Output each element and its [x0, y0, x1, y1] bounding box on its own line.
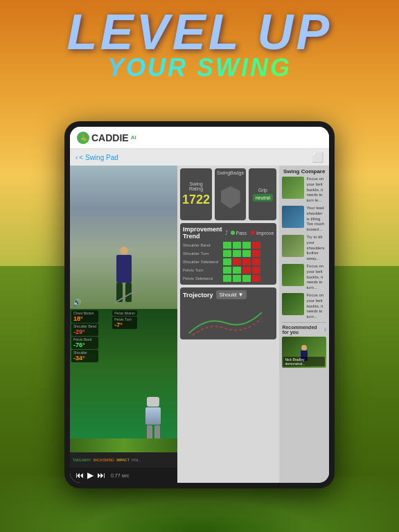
swing-compare-title: Swing Compare [282, 168, 326, 175]
trend-row-pelvis-sidebend: Pelvis Sidebend [183, 275, 274, 282]
prev-button[interactable]: ⏮ [76, 470, 84, 480]
compare-item-3[interactable]: Try to tilt your shoulders further away.… [282, 235, 326, 262]
share-icon[interactable]: ⤴ [225, 230, 228, 236]
badge-shield-icon [221, 186, 240, 209]
nav-back-button[interactable]: ‹ < Swing Pad [76, 154, 118, 161]
swing-rating-box: Swing Rating 1722 [180, 168, 212, 220]
impact-label: IMPACT [116, 458, 130, 462]
pass-legend: Pass [236, 231, 247, 236]
swing-badge-box: SwingBadge [215, 168, 246, 220]
tablet-device: ⛳ CADDIE AI ‹ < Swing Pad ⬜ [64, 121, 335, 488]
dropdown-arrow-icon: ▼ [238, 292, 243, 298]
swing-badge-header: SwingBadge [217, 170, 244, 175]
left-panel: 🔊 Chest Motion 18° Shoulder Bend -29° [70, 166, 177, 483]
compare-item-5[interactable]: Focus on your belt buckle, it needs to t… [282, 293, 326, 320]
next-button[interactable]: ⏭ [97, 470, 105, 480]
trajectory-section: Trojectory Should ▼ [180, 287, 276, 339]
trend-row-shoulder-bend: Shoulder Bend [183, 242, 274, 249]
trend-row-shoulder-sidebend: Shoulder Sidebend [183, 258, 274, 265]
trend-row-pelvis-turn: Pelvis Turn [183, 267, 274, 274]
compare-item-2[interactable]: Your lead shoulder is tilting Too much t… [282, 206, 326, 233]
compare-thumb-3 [282, 235, 304, 257]
trend-row-shoulder-turn: Shoulder Turn [183, 250, 274, 257]
trend-title: Improvement Trend [183, 226, 222, 240]
app-logo: ⛳ CADDIE AI [77, 132, 136, 144]
right-panel: Swing Compare Focus on your belt buckle,… [279, 166, 329, 483]
logo-icon: ⛳ [77, 132, 89, 144]
grip-value: neutral [253, 194, 273, 202]
compare-text-3: Try to tilt your shoulders further away.… [306, 235, 326, 262]
tablet-screen: ⛳ CADDIE AI ‹ < Swing Pad ⬜ [70, 127, 329, 483]
ratings-row: Swing Rating 1722 SwingBadge Grip neutra… [180, 168, 276, 220]
logo-text: CADDIE [91, 132, 129, 143]
play-button[interactable]: ▶ [87, 470, 94, 480]
compare-item-4[interactable]: Focus on your belt buckle, it needs to t… [282, 264, 326, 291]
trajectory-chart [183, 302, 274, 337]
compare-text-5: Focus on your belt buckle, it needs to t… [306, 293, 326, 320]
improvement-trend-section: Improvement Trend ⤴ Pass Improve [180, 223, 276, 285]
compare-text-2: Your lead shoulder is tilting Too much t… [306, 206, 326, 233]
compare-text-1: Focus on your belt buckle, it needs to t… [306, 177, 326, 204]
compare-thumb-2 [282, 206, 304, 228]
compare-text-4: Focus on your belt buckle, it needs to t… [306, 264, 326, 291]
recommended-arrow[interactable]: › [324, 326, 326, 333]
recommended-video-text: Nick Bradley demonstrat... [283, 357, 325, 366]
takeaway-label: TAKEAWAY [73, 458, 91, 462]
finish-label: FINI... [132, 458, 141, 462]
trajectory-dropdown[interactable]: Should ▼ [216, 290, 247, 299]
grip-header: Grip [258, 188, 267, 193]
compare-item-1[interactable]: Focus on your belt buckle, it needs to t… [282, 177, 326, 204]
playback-controls[interactable]: ⏮ ▶ ⏭ [76, 470, 105, 480]
playback-time: 0.77 sec [111, 473, 129, 478]
trajectory-label: Trojectory [183, 292, 213, 299]
video-controls: TAKEAWAY BACKSWING IMPACT FINI... [70, 452, 177, 468]
cast-icon[interactable]: ⬜ [312, 152, 323, 163]
center-panel: Swing Rating 1722 SwingBadge Grip neutra… [177, 166, 279, 483]
golf-3d-animation: Chest Motion 18° Shoulder Bend -29° Pelv… [70, 309, 177, 452]
nav-bar: ‹ < Swing Pad ⬜ [70, 149, 329, 166]
improve-legend: Improve [256, 231, 274, 236]
title-your-swing: YOUR SWING [0, 53, 399, 82]
trajectory-value: Should [220, 292, 237, 298]
swing-rating-value: 1722 [182, 193, 210, 207]
grip-box: Grip neutral [249, 168, 276, 220]
compare-thumb-4 [282, 264, 304, 286]
swing-rating-header: Swing Rating [182, 181, 210, 191]
recommended-video[interactable]: Nick Bradley demonstrat... [282, 337, 326, 368]
compare-thumb-1 [282, 177, 304, 199]
title-container: LEVEL UP YOUR SWING [0, 7, 399, 82]
speaker-icon[interactable]: 🔊 [73, 299, 81, 306]
compare-thumb-5 [282, 293, 304, 315]
recommended-section: Recommended for you › Nick Bradley demon… [282, 322, 326, 368]
nav-back-label: < Swing Pad [79, 154, 118, 161]
trend-rows: Shoulder Bend Shoulder Turn [183, 242, 274, 282]
backswing-label: BACKSWING [94, 458, 115, 462]
logo-ai: AI [131, 134, 136, 141]
title-level-up: LEVEL UP [0, 7, 399, 57]
main-content: 🔊 Chest Motion 18° Shoulder Bend -29° [70, 166, 329, 483]
recommended-title: Recommended for you [282, 325, 323, 335]
animation-stats: Chest Motion 18° Shoulder Bend -29° Pelv… [71, 310, 98, 362]
app-header: ⛳ CADDIE AI [70, 127, 329, 149]
golf-video-top: 🔊 [70, 166, 177, 309]
